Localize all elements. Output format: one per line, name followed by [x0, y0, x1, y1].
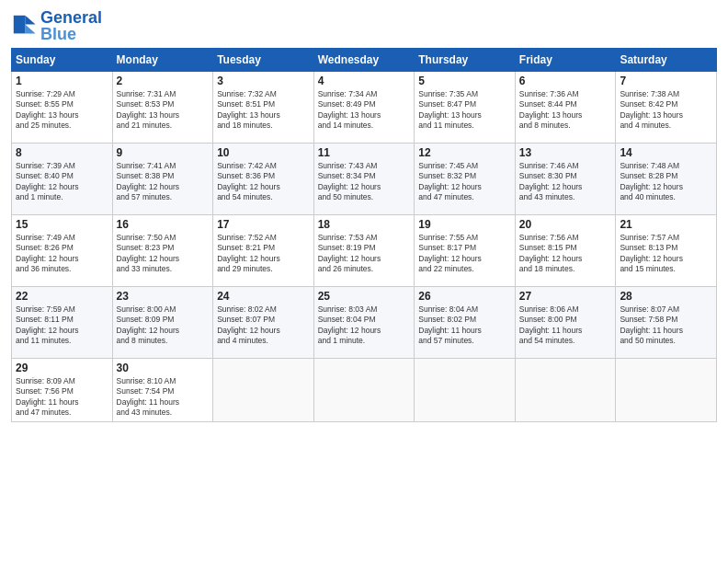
- day-info: Sunrise: 7:35 AMSunset: 8:47 PMDaylight:…: [418, 89, 511, 132]
- day-number: 12: [418, 146, 511, 159]
- calendar-cell: 11Sunrise: 7:43 AMSunset: 8:34 PMDayligh…: [313, 144, 415, 215]
- day-number: 11: [318, 146, 411, 159]
- day-info: Sunrise: 8:09 AMSunset: 7:56 PMDaylight:…: [16, 376, 108, 419]
- calendar-cell: [616, 359, 717, 422]
- day-info: Sunrise: 8:10 AMSunset: 7:54 PMDaylight:…: [117, 376, 210, 419]
- svg-marker-1: [25, 25, 35, 34]
- day-number: 14: [620, 146, 712, 159]
- day-info: Sunrise: 7:50 AMSunset: 8:23 PMDaylight:…: [117, 233, 210, 275]
- day-info: Sunrise: 7:39 AMSunset: 8:40 PMDaylight:…: [16, 161, 108, 203]
- day-number: 10: [217, 146, 310, 159]
- logo: GeneralBlue: [11, 9, 102, 42]
- weekday-header-tuesday: Tuesday: [213, 49, 314, 72]
- weekday-header-friday: Friday: [515, 49, 616, 72]
- day-number: 16: [117, 218, 210, 231]
- calendar-cell: 15Sunrise: 7:49 AMSunset: 8:26 PMDayligh…: [12, 215, 113, 287]
- week-row-5: 29Sunrise: 8:09 AMSunset: 7:56 PMDayligh…: [12, 359, 717, 422]
- day-info: Sunrise: 7:52 AMSunset: 8:21 PMDaylight:…: [217, 233, 310, 275]
- day-number: 19: [418, 218, 511, 231]
- week-row-4: 22Sunrise: 7:59 AMSunset: 8:11 PMDayligh…: [12, 287, 717, 359]
- header: GeneralBlue: [11, 9, 717, 42]
- day-info: Sunrise: 7:56 AMSunset: 8:15 PMDaylight:…: [519, 233, 612, 275]
- day-number: 21: [620, 218, 712, 231]
- day-number: 5: [418, 75, 511, 87]
- page: GeneralBlue SundayMondayTuesdayWednesday…: [0, 0, 728, 563]
- day-info: Sunrise: 8:02 AMSunset: 8:07 PMDaylight:…: [217, 304, 310, 347]
- day-number: 2: [117, 75, 210, 87]
- calendar-cell: [313, 359, 415, 422]
- calendar-cell: 16Sunrise: 7:50 AMSunset: 8:23 PMDayligh…: [112, 215, 213, 287]
- day-number: 29: [16, 362, 108, 374]
- day-info: Sunrise: 7:48 AMSunset: 8:28 PMDaylight:…: [620, 161, 712, 203]
- calendar-cell: 30Sunrise: 8:10 AMSunset: 7:54 PMDayligh…: [112, 359, 213, 422]
- day-info: Sunrise: 7:55 AMSunset: 8:17 PMDaylight:…: [418, 233, 511, 275]
- weekday-header-row: SundayMondayTuesdayWednesdayThursdayFrid…: [12, 49, 717, 72]
- day-info: Sunrise: 8:07 AMSunset: 7:58 PMDaylight:…: [620, 304, 712, 347]
- calendar-cell: 25Sunrise: 8:03 AMSunset: 8:04 PMDayligh…: [313, 287, 415, 359]
- calendar-cell: 10Sunrise: 7:42 AMSunset: 8:36 PMDayligh…: [213, 144, 314, 215]
- calendar-cell: 4Sunrise: 7:34 AMSunset: 8:49 PMDaylight…: [313, 72, 415, 144]
- weekday-header-monday: Monday: [112, 49, 213, 72]
- day-number: 9: [117, 146, 210, 159]
- day-number: 4: [318, 75, 411, 87]
- svg-marker-0: [25, 16, 35, 25]
- day-number: 23: [117, 290, 210, 303]
- calendar-cell: 18Sunrise: 7:53 AMSunset: 8:19 PMDayligh…: [313, 215, 415, 287]
- logo-icon: [11, 13, 37, 39]
- calendar-cell: 13Sunrise: 7:46 AMSunset: 8:30 PMDayligh…: [515, 144, 616, 215]
- day-info: Sunrise: 7:34 AMSunset: 8:49 PMDaylight:…: [318, 89, 411, 132]
- calendar-cell: [515, 359, 616, 422]
- day-info: Sunrise: 7:49 AMSunset: 8:26 PMDaylight:…: [16, 233, 108, 275]
- calendar-cell: 2Sunrise: 7:31 AMSunset: 8:53 PMDaylight…: [112, 72, 213, 144]
- day-number: 25: [318, 290, 411, 303]
- calendar-cell: 27Sunrise: 8:06 AMSunset: 8:00 PMDayligh…: [515, 287, 616, 359]
- calendar-cell: 1Sunrise: 7:29 AMSunset: 8:55 PMDaylight…: [12, 72, 113, 144]
- svg-rect-2: [14, 16, 26, 34]
- calendar-cell: [415, 359, 516, 422]
- calendar-cell: 8Sunrise: 7:39 AMSunset: 8:40 PMDaylight…: [12, 144, 113, 215]
- day-info: Sunrise: 8:00 AMSunset: 8:09 PMDaylight:…: [117, 304, 210, 347]
- calendar-cell: 6Sunrise: 7:36 AMSunset: 8:44 PMDaylight…: [515, 72, 616, 144]
- day-number: 1: [16, 75, 108, 87]
- calendar-cell: 14Sunrise: 7:48 AMSunset: 8:28 PMDayligh…: [616, 144, 717, 215]
- calendar-table: SundayMondayTuesdayWednesdayThursdayFrid…: [11, 48, 717, 422]
- day-info: Sunrise: 8:03 AMSunset: 8:04 PMDaylight:…: [318, 304, 411, 347]
- calendar-cell: 7Sunrise: 7:38 AMSunset: 8:42 PMDaylight…: [616, 72, 717, 144]
- day-number: 27: [519, 290, 612, 303]
- day-number: 13: [519, 146, 612, 159]
- day-number: 28: [620, 290, 712, 303]
- weekday-header-wednesday: Wednesday: [313, 49, 415, 72]
- day-number: 8: [16, 146, 108, 159]
- calendar-cell: 3Sunrise: 7:32 AMSunset: 8:51 PMDaylight…: [213, 72, 314, 144]
- day-info: Sunrise: 7:42 AMSunset: 8:36 PMDaylight:…: [217, 161, 310, 203]
- calendar-cell: 26Sunrise: 8:04 AMSunset: 8:02 PMDayligh…: [415, 287, 516, 359]
- day-info: Sunrise: 7:36 AMSunset: 8:44 PMDaylight:…: [519, 89, 612, 132]
- day-number: 18: [318, 218, 411, 231]
- day-number: 24: [217, 290, 310, 303]
- logo-text: GeneralBlue: [40, 9, 102, 42]
- day-info: Sunrise: 7:59 AMSunset: 8:11 PMDaylight:…: [16, 304, 108, 347]
- week-row-3: 15Sunrise: 7:49 AMSunset: 8:26 PMDayligh…: [12, 215, 717, 287]
- calendar-cell: 17Sunrise: 7:52 AMSunset: 8:21 PMDayligh…: [213, 215, 314, 287]
- day-info: Sunrise: 7:32 AMSunset: 8:51 PMDaylight:…: [217, 89, 310, 132]
- calendar-cell: 5Sunrise: 7:35 AMSunset: 8:47 PMDaylight…: [415, 72, 516, 144]
- calendar-cell: 28Sunrise: 8:07 AMSunset: 7:58 PMDayligh…: [616, 287, 717, 359]
- day-number: 15: [16, 218, 108, 231]
- calendar-cell: 12Sunrise: 7:45 AMSunset: 8:32 PMDayligh…: [415, 144, 516, 215]
- day-info: Sunrise: 7:57 AMSunset: 8:13 PMDaylight:…: [620, 233, 712, 275]
- day-number: 30: [117, 362, 210, 374]
- week-row-2: 8Sunrise: 7:39 AMSunset: 8:40 PMDaylight…: [12, 144, 717, 215]
- day-info: Sunrise: 7:41 AMSunset: 8:38 PMDaylight:…: [117, 161, 210, 203]
- day-info: Sunrise: 8:06 AMSunset: 8:00 PMDaylight:…: [519, 304, 612, 347]
- day-number: 22: [16, 290, 108, 303]
- calendar-cell: 24Sunrise: 8:02 AMSunset: 8:07 PMDayligh…: [213, 287, 314, 359]
- calendar-cell: 20Sunrise: 7:56 AMSunset: 8:15 PMDayligh…: [515, 215, 616, 287]
- day-number: 7: [620, 75, 712, 87]
- day-info: Sunrise: 7:31 AMSunset: 8:53 PMDaylight:…: [117, 89, 210, 132]
- day-number: 17: [217, 218, 310, 231]
- day-info: Sunrise: 7:38 AMSunset: 8:42 PMDaylight:…: [620, 89, 712, 132]
- day-info: Sunrise: 7:29 AMSunset: 8:55 PMDaylight:…: [16, 89, 108, 132]
- day-info: Sunrise: 7:53 AMSunset: 8:19 PMDaylight:…: [318, 233, 411, 275]
- day-number: 3: [217, 75, 310, 87]
- day-info: Sunrise: 7:46 AMSunset: 8:30 PMDaylight:…: [519, 161, 612, 203]
